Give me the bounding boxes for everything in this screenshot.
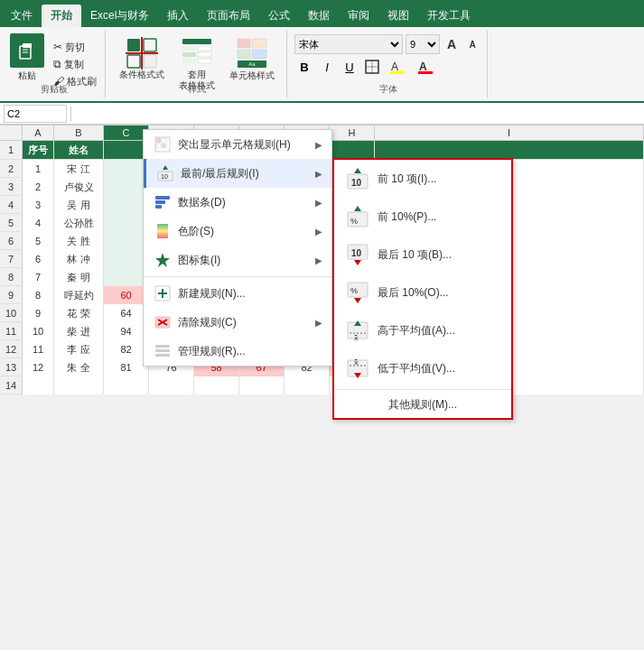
arrow-icon-4: ▶ — [315, 227, 322, 237]
tab-formula[interactable]: 公式 — [259, 5, 299, 27]
dropdown-item-newrule[interactable]: 新建规则(N)... — [144, 279, 331, 308]
conditional-format-dropdown[interactable]: 突出显示单元格规则(H) ▶ 10 最前/最后规则(I) ▶ — [143, 129, 332, 367]
paste-icon — [10, 33, 44, 68]
col-header-i[interactable]: I — [375, 125, 644, 140]
svg-rect-40 — [155, 205, 162, 209]
font-size-select[interactable]: 9 — [406, 34, 440, 54]
dropdown-item-topbottom[interactable]: 10 最前/最后规则(I) ▶ — [144, 159, 331, 188]
arrow-icon-2: ▶ — [315, 169, 322, 179]
svg-rect-32 — [162, 138, 166, 143]
dropdown-item-clearrule[interactable]: 清除规则(C) ▶ — [144, 308, 331, 337]
copy-button[interactable]: ⧉ 复制 — [51, 57, 99, 72]
svg-text:A: A — [419, 60, 427, 73]
topbottom-icon: 10 — [155, 163, 175, 183]
col-header-h[interactable]: H — [330, 125, 375, 140]
tab-data[interactable]: 数据 — [299, 5, 339, 27]
paste-label: 粘贴 — [18, 70, 36, 82]
svg-rect-10 — [182, 39, 211, 44]
svg-rect-39 — [155, 200, 165, 204]
arrow-icon-6: ▶ — [315, 318, 322, 328]
databar-icon — [153, 192, 173, 212]
col-header-b[interactable]: B — [54, 125, 104, 140]
col-header-a[interactable]: A — [23, 125, 54, 140]
newrule-icon — [153, 283, 173, 303]
paste-button[interactable]: 粘贴 — [5, 31, 49, 85]
conditional-format-button[interactable]: 条件格式式 — [115, 34, 169, 83]
font-name-select[interactable]: 宋体 — [294, 34, 403, 54]
fill-color-button[interactable]: A — [385, 57, 410, 77]
managerule-icon — [153, 341, 173, 361]
svg-text:10: 10 — [161, 173, 168, 180]
dropdown-item-colorscale[interactable]: 色阶(S) ▶ — [144, 217, 331, 246]
arrow-icon-5: ▶ — [315, 255, 322, 265]
svg-text:Aa: Aa — [248, 61, 256, 67]
svg-rect-13 — [182, 52, 196, 57]
formula-bar: C2 — [0, 103, 644, 125]
arrow-icon-3: ▶ — [315, 198, 322, 208]
colorscale-icon — [153, 221, 173, 241]
svg-rect-4 — [127, 39, 140, 51]
svg-rect-15 — [182, 59, 196, 63]
dropdown-item-highlight[interactable]: 突出显示单元格规则(H) ▶ — [144, 130, 331, 159]
clipboard-label: 剪贴板 — [41, 84, 68, 94]
tab-page-layout[interactable]: 页面布局 — [198, 5, 259, 27]
cut-button[interactable]: ✂ 剪切 — [51, 40, 99, 55]
svg-rect-1 — [23, 43, 32, 48]
svg-rect-7 — [144, 55, 156, 68]
styles-group-label: 样式 — [188, 84, 206, 94]
cell-reference-box[interactable]: C2 — [4, 105, 67, 123]
formula-divider — [70, 107, 71, 121]
col-header-rownum — [0, 125, 23, 140]
cell-style-button[interactable]: Aa 单元格样式 — [225, 34, 279, 85]
svg-rect-41 — [157, 224, 168, 238]
copy-icon: ⧉ — [53, 58, 61, 70]
tab-insert[interactable]: 插入 — [158, 5, 198, 27]
svg-rect-14 — [198, 52, 211, 57]
tab-excel-finance[interactable]: Excel与财务 — [81, 5, 158, 27]
arrow-icon: ▶ — [315, 140, 322, 150]
svg-rect-51 — [155, 354, 170, 357]
italic-button[interactable]: I — [317, 57, 337, 77]
bold-button[interactable]: B — [294, 57, 314, 77]
scissors-icon: ✂ — [53, 41, 62, 53]
font-shrink-button[interactable]: A — [463, 35, 481, 53]
font-grow-button[interactable]: A — [443, 35, 461, 53]
border-button[interactable] — [362, 57, 382, 77]
ribbon-tabs: 文件 开始 Excel与财务 插入 页面布局 公式 数据 审阅 视图 开发工具 — [0, 0, 644, 27]
svg-rect-33 — [156, 144, 161, 148]
svg-marker-42 — [155, 253, 170, 267]
clearrule-icon — [153, 312, 173, 332]
svg-rect-31 — [156, 138, 161, 143]
svg-rect-19 — [238, 50, 250, 59]
tab-file[interactable]: 文件 — [2, 5, 42, 27]
svg-rect-12 — [198, 46, 211, 51]
dropdown-item-databar[interactable]: 数据条(D) ▶ — [144, 188, 331, 217]
tab-home[interactable]: 开始 — [42, 5, 81, 27]
svg-marker-37 — [163, 165, 168, 170]
cell-style-icon: Aa — [236, 37, 268, 70]
apply-table-style-icon — [181, 37, 213, 70]
tab-review[interactable]: 审阅 — [339, 5, 378, 27]
dropdown-item-iconset[interactable]: 图标集(I) ▶ — [144, 246, 331, 274]
svg-rect-34 — [162, 144, 166, 148]
svg-text:A: A — [391, 60, 398, 73]
svg-rect-6 — [127, 55, 140, 68]
svg-rect-50 — [155, 349, 170, 352]
svg-rect-20 — [252, 50, 266, 59]
dropdown-item-managerule[interactable]: 管理规则(R)... — [144, 337, 331, 366]
svg-rect-17 — [238, 39, 250, 48]
conditional-format-icon — [126, 37, 158, 70]
svg-rect-11 — [182, 46, 196, 51]
svg-rect-18 — [252, 39, 266, 48]
svg-rect-29 — [418, 71, 433, 74]
font-color-button[interactable]: A — [413, 57, 438, 77]
formula-input[interactable] — [75, 105, 640, 123]
highlight-icon — [153, 135, 173, 154]
tab-view[interactable]: 视图 — [378, 5, 418, 27]
other-rules-link[interactable]: 其他规则(M)... — [334, 392, 511, 418]
iconset-icon — [153, 250, 173, 270]
tab-developer[interactable]: 开发工具 — [418, 5, 480, 27]
svg-rect-16 — [198, 59, 211, 63]
underline-button[interactable]: U — [340, 57, 359, 77]
font-group-label: 字体 — [379, 84, 397, 94]
